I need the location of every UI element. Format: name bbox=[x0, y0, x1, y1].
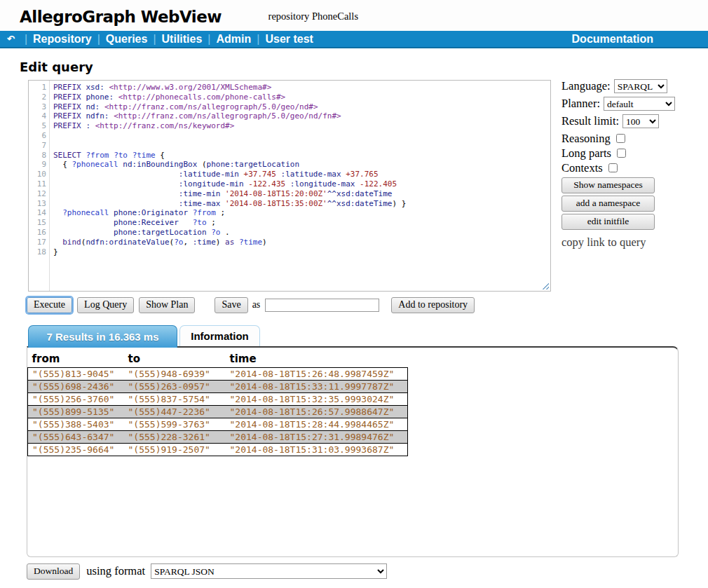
add-to-repository-button[interactable]: Add to repository bbox=[391, 297, 475, 313]
editor-line-number: 7 bbox=[29, 141, 46, 151]
show-plan-button[interactable]: Show Plan bbox=[139, 297, 195, 313]
download-button[interactable]: Download bbox=[27, 563, 80, 580]
editor-line-number: 6 bbox=[29, 131, 46, 141]
long-parts-checkbox[interactable] bbox=[617, 149, 626, 158]
main-navbar: ↶ | Repository|Queries|Utilities|Admin|U… bbox=[0, 31, 708, 48]
nav-item-repository[interactable]: Repository bbox=[33, 33, 92, 46]
editor-line-number: 3 bbox=[29, 102, 46, 112]
result-cell: "2014-08-18T15:28:44.9984465Z" bbox=[226, 418, 408, 431]
result-cell: "2014-08-18T15:27:31.9989476Z" bbox=[226, 431, 408, 444]
editor-code-line: ?phonecall phone:Originator ?from ; bbox=[53, 208, 550, 218]
editor-code-line: bind(ndfn:ordinateValue(?o, :time) as ?t… bbox=[53, 238, 550, 247]
editor-code-line: PREFIX ndfn: <http://franz.com/ns/allegr… bbox=[53, 111, 550, 121]
save-as-label: as bbox=[252, 299, 261, 310]
table-row: "(555)643-6347""(555)228-3261""2014-08-1… bbox=[28, 431, 408, 444]
repository-label: repository bbox=[268, 11, 310, 22]
contexts-label: Contexts bbox=[561, 161, 603, 175]
execute-button[interactable]: Execute bbox=[27, 297, 72, 313]
result-cell: "2014-08-18T15:26:57.9988647Z" bbox=[226, 406, 408, 418]
repository-indicator: repository PhoneCalls bbox=[268, 11, 358, 22]
editor-line-numbers: 123456789101112131415161718 bbox=[29, 81, 50, 291]
planner-label: Planner: bbox=[561, 97, 600, 111]
option-checkboxes: ReasoningLong partsContexts bbox=[561, 131, 705, 175]
app-header: AllegroGraph WebView repository PhoneCal… bbox=[0, 0, 708, 31]
table-row: "(555)235-9664""(555)919-2507""2014-08-1… bbox=[28, 444, 408, 456]
copy-link-to-query[interactable]: copy link to query bbox=[561, 235, 705, 249]
contexts-checkbox[interactable] bbox=[608, 163, 618, 172]
results-tab[interactable]: 7 Results in 16.363 ms bbox=[28, 325, 177, 348]
result-cell: "(555)447-2236" bbox=[124, 406, 226, 418]
download-row: Download using format SPARQL JSON bbox=[27, 563, 708, 580]
column-header-time[interactable]: time bbox=[226, 351, 408, 368]
editor-code-line: { ?phonecall nd:inBoundingBox (phone:tar… bbox=[53, 160, 550, 170]
nav-item-admin[interactable]: Admin bbox=[217, 33, 252, 46]
editor-code-line: phone:Receiver ?to ; bbox=[53, 218, 550, 228]
show-namespaces-button[interactable]: Show namespaces bbox=[561, 177, 655, 193]
query-options-panel: Language: SPARQL Planner: default Result… bbox=[561, 78, 705, 249]
result-cell: "2014-08-18T15:33:11.9997787Z" bbox=[226, 381, 408, 393]
language-select[interactable]: SPARQL bbox=[614, 79, 667, 93]
nav-item-utilities[interactable]: Utilities bbox=[162, 33, 203, 46]
results-body: "(555)813-9045""(555)948-6939""2014-08-1… bbox=[28, 368, 408, 456]
result-cell: "(555)698-2436" bbox=[28, 381, 124, 393]
table-row: "(555)899-5135""(555)447-2236""2014-08-1… bbox=[28, 406, 408, 418]
editor-code-line: :time-min '2014-08-18T15:20:00Z'^^xsd:da… bbox=[53, 189, 550, 199]
editor-code-line: SELECT ?from ?to ?time { bbox=[53, 151, 550, 160]
information-tab[interactable]: Information bbox=[179, 325, 260, 346]
result-cell: "(555)228-3261" bbox=[124, 431, 226, 444]
add-a-namespace-button[interactable]: add a namespace bbox=[561, 196, 655, 212]
repository-name[interactable]: PhoneCalls bbox=[312, 11, 358, 22]
editor-line-number: 11 bbox=[29, 179, 46, 189]
contexts-row: Contexts bbox=[561, 160, 705, 175]
column-header-to[interactable]: to bbox=[124, 351, 226, 368]
editor-line-number: 13 bbox=[29, 199, 46, 209]
editor-line-number: 1 bbox=[29, 83, 46, 93]
editor-code[interactable]: PREFIX xsd: <http://www.w3.org/2001/XMLS… bbox=[50, 81, 550, 291]
result-cell: "(555)899-5135" bbox=[28, 406, 124, 418]
save-button[interactable]: Save bbox=[215, 297, 247, 313]
query-editor[interactable]: 123456789101112131415161718 PREFIX xsd: … bbox=[28, 80, 551, 292]
language-row: Language: SPARQL bbox=[561, 78, 705, 94]
namespace-buttons: Show namespacesadd a namespaceedit initf… bbox=[561, 177, 705, 230]
result-limit-select[interactable]: 100 bbox=[622, 114, 659, 128]
editor-code-line: } bbox=[53, 247, 550, 257]
editor-code-line: :longitude-min -122.435 :longitude-max -… bbox=[53, 179, 550, 189]
table-row: "(555)388-5403""(555)599-3763""2014-08-1… bbox=[28, 418, 408, 431]
editor-code-line: :time-max '2014-08-18T15:35:00Z'^^xsd:da… bbox=[53, 199, 550, 209]
nav-item-user-test[interactable]: User test bbox=[265, 33, 313, 46]
editor-line-number: 4 bbox=[29, 111, 46, 121]
results-tabbar: 7 Results in 16.363 msInformation bbox=[28, 324, 708, 346]
edit-initfile-button[interactable]: edit initfile bbox=[561, 214, 655, 230]
download-format-select[interactable]: SPARQL JSON bbox=[151, 563, 387, 579]
back-arrow-icon[interactable]: ↶ bbox=[7, 34, 15, 44]
nav-item-documentation[interactable]: Documentation bbox=[572, 33, 653, 46]
editor-code-line: PREFIX phone: <http://phonecalls.com/pho… bbox=[53, 93, 550, 102]
editor-line-number: 18 bbox=[29, 247, 46, 257]
editor-line-number: 9 bbox=[29, 160, 46, 170]
editor-code-line: PREFIX xsd: <http://www.w3.org/2001/XMLS… bbox=[53, 83, 550, 93]
query-actions: Execute Log Query Show Plan Save as Add … bbox=[27, 296, 708, 313]
table-row: "(555)813-9045""(555)948-6939""2014-08-1… bbox=[28, 368, 408, 381]
result-cell: "(555)256-3760" bbox=[28, 393, 124, 406]
column-header-from[interactable]: from bbox=[28, 351, 124, 368]
log-query-button[interactable]: Log Query bbox=[77, 297, 134, 313]
result-cell: "(555)948-6939" bbox=[124, 368, 226, 381]
editor-code-line: :latitude-min +37.745 :latitude-max +37.… bbox=[53, 170, 550, 179]
result-cell: "(555)263-0957" bbox=[124, 381, 226, 393]
reasoning-checkbox[interactable] bbox=[616, 134, 625, 143]
result-cell: "(555)837-5754" bbox=[124, 393, 226, 406]
download-format-label: using format bbox=[86, 564, 145, 578]
editor-line-number: 10 bbox=[29, 170, 46, 179]
result-cell: "(555)919-2507" bbox=[124, 444, 226, 456]
editor-line-number: 5 bbox=[29, 121, 46, 131]
nav-item-queries[interactable]: Queries bbox=[106, 33, 148, 46]
planner-select[interactable]: default bbox=[604, 97, 675, 111]
editor-line-number: 17 bbox=[29, 238, 46, 247]
nav-separator: | bbox=[257, 33, 259, 46]
result-cell: "2014-08-18T15:26:48.9987459Z" bbox=[226, 368, 408, 381]
editor-code-line bbox=[53, 131, 550, 141]
editor-code-line: PREFIX : <http://franz.com/ns/keyword#> bbox=[53, 121, 550, 131]
save-name-input[interactable] bbox=[265, 299, 379, 312]
long-parts-row: Long parts bbox=[561, 146, 705, 160]
result-cell: "2014-08-18T15:32:35.9993024Z" bbox=[226, 393, 408, 406]
